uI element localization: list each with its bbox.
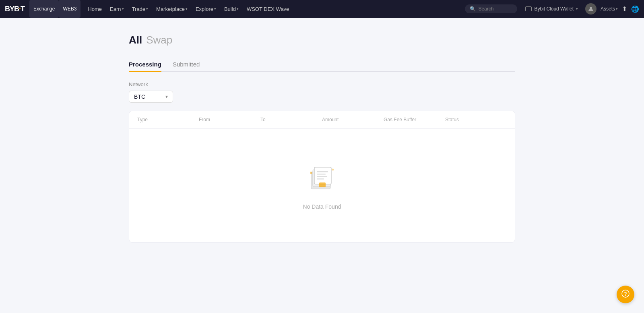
avatar[interactable]	[585, 3, 597, 15]
svg-point-9	[310, 172, 312, 174]
wallet-icon	[525, 6, 532, 11]
network-select[interactable]: BTC ▾	[129, 91, 173, 103]
support-button[interactable]: ?	[617, 286, 634, 303]
svg-rect-7	[317, 178, 324, 180]
nav-explore[interactable]: Explore ▾	[192, 0, 220, 18]
tab-exchange[interactable]: Exchange	[29, 0, 59, 18]
nav-home[interactable]: Home	[84, 0, 106, 18]
tab-submitted[interactable]: Submitted	[173, 58, 200, 72]
search-box[interactable]: 🔍 Search	[465, 4, 517, 13]
col-status: Status	[445, 117, 507, 122]
wallet-button[interactable]: Bybit Cloud Wallet ▾	[522, 4, 581, 13]
empty-state: No Data Found	[129, 129, 515, 242]
main-content: All Swap Processing Submitted Network BT…	[64, 18, 580, 259]
col-amount: Amount	[322, 117, 384, 122]
globe-icon[interactable]: 🌐	[631, 5, 639, 13]
nav-marketplace[interactable]: Marketplace ▾	[152, 0, 192, 18]
svg-point-10	[332, 169, 334, 171]
transactions-table: Type From To Amount Gas Fee Buffer Statu…	[129, 111, 515, 243]
tab-processing[interactable]: Processing	[129, 58, 161, 72]
nav-right: Bybit Cloud Wallet ▾ Assets ▾ ⬆ 🌐	[522, 3, 639, 15]
svg-rect-4	[317, 171, 328, 172]
network-label: Network	[129, 81, 515, 87]
tab-bar: Processing Submitted	[129, 58, 515, 72]
network-value: BTC	[134, 93, 145, 100]
svg-rect-5	[317, 174, 326, 175]
select-arrow-icon: ▾	[165, 94, 168, 99]
nav-wsot[interactable]: WSOT DEX Wave	[243, 0, 293, 18]
filter-section: Network BTC ▾	[129, 81, 515, 103]
search-placeholder: Search	[478, 6, 493, 12]
nav-trade[interactable]: Trade ▾	[128, 0, 152, 18]
nav-earn[interactable]: Earn ▾	[106, 0, 128, 18]
svg-text:?: ?	[624, 291, 627, 297]
col-gas-fee: Gas Fee Buffer	[384, 117, 445, 122]
table-header: Type From To Amount Gas Fee Buffer Statu…	[129, 111, 515, 129]
nav-build[interactable]: Build ▾	[220, 0, 243, 18]
navbar: BYB·T Exchange WEB3 Home Earn ▾ Trade ▾ …	[0, 0, 644, 18]
no-data-icon	[304, 161, 340, 197]
page-title-row: All Swap	[129, 34, 515, 46]
logo-text: BYB·T	[5, 5, 25, 13]
upload-icon[interactable]: ⬆	[622, 5, 627, 13]
wallet-arrow-icon: ▾	[576, 7, 578, 11]
tab-web3[interactable]: WEB3	[59, 0, 80, 18]
assets-button[interactable]: Assets ▾	[601, 6, 618, 12]
svg-rect-6	[317, 176, 327, 177]
svg-rect-8	[319, 182, 326, 187]
col-type: Type	[137, 117, 199, 122]
search-icon: 🔍	[470, 6, 476, 12]
build-arrow-icon: ▾	[237, 7, 239, 11]
support-icon: ?	[621, 290, 630, 300]
earn-arrow-icon: ▾	[122, 7, 124, 11]
empty-text: No Data Found	[303, 203, 341, 210]
col-to: To	[260, 117, 322, 122]
assets-arrow-icon: ▾	[616, 7, 618, 11]
logo[interactable]: BYB·T	[5, 5, 25, 13]
marketplace-arrow-icon: ▾	[186, 7, 188, 11]
page-title-all: All	[129, 34, 142, 46]
col-from: From	[199, 117, 260, 122]
explore-arrow-icon: ▾	[214, 7, 216, 11]
page-title-swap: Swap	[146, 34, 172, 46]
svg-rect-3	[314, 167, 331, 184]
trade-arrow-icon: ▾	[146, 7, 148, 11]
